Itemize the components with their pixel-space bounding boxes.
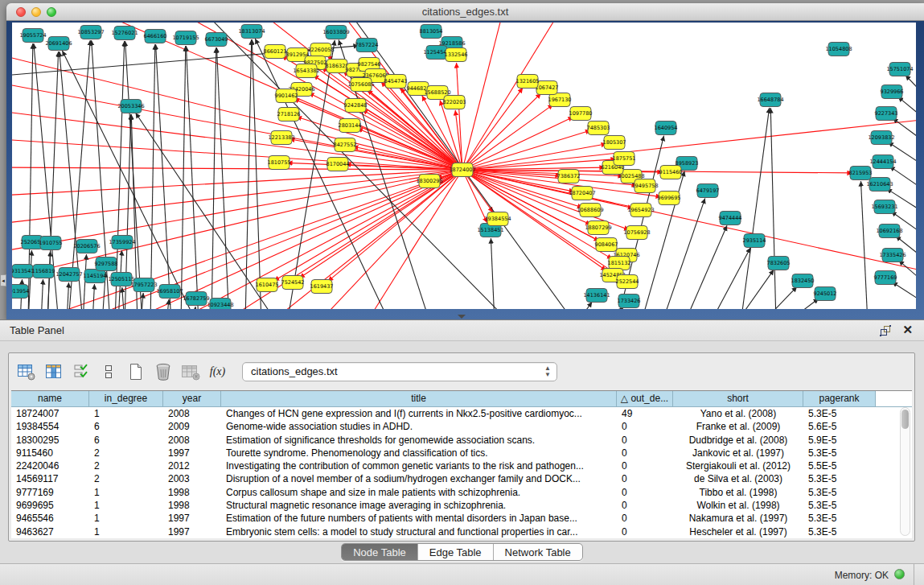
- graph-node[interactable]: 9242848: [344, 99, 368, 113]
- graph-node[interactable]: 8813054: [420, 25, 443, 39]
- graph-node[interactable]: 16782759: [183, 292, 209, 306]
- graph-node[interactable]: 10688609: [577, 204, 603, 217]
- graph-node[interactable]: 8215953: [849, 167, 873, 180]
- graph-node[interactable]: 16648784: [757, 93, 783, 107]
- graph-node[interactable]: 1097780: [569, 107, 593, 121]
- table-row[interactable]: 911546021997Tourette syndrome. Phenomeno…: [11, 447, 912, 459]
- graph-node[interactable]: 9699695: [658, 192, 681, 205]
- graph-node[interactable]: 9297588: [95, 257, 118, 271]
- graph-node[interactable]: 7386372: [557, 170, 581, 183]
- tab-edge-table[interactable]: Edge Table: [418, 544, 494, 560]
- graph-node[interactable]: 19384554: [484, 212, 511, 226]
- graph-node[interactable]: 20053346: [117, 100, 144, 113]
- graph-node[interactable]: 8220203: [443, 96, 466, 109]
- graph-node[interactable]: 1805307: [603, 136, 626, 150]
- graph-node[interactable]: 1832450: [791, 274, 815, 288]
- table-row[interactable]: 977716911998Corpus callosum shape and si…: [11, 486, 912, 499]
- graph-node[interactable]: 2935114: [743, 234, 766, 248]
- panel-splitter-handle[interactable]: [458, 315, 466, 319]
- graph-node[interactable]: 10853297: [77, 26, 104, 39]
- column-header-1[interactable]: in_degree: [89, 391, 163, 406]
- table-row[interactable]: 1872400712008Changes of HCN gene express…: [11, 407, 912, 420]
- graph-node[interactable]: 1910755: [39, 237, 63, 250]
- tab-node-table[interactable]: Node Table: [342, 544, 418, 560]
- graph-node[interactable]: 1815132: [608, 257, 631, 270]
- graph-node[interactable]: 8660123: [264, 45, 287, 59]
- column-header-5[interactable]: short: [673, 391, 803, 406]
- graph-node[interactable]: 16210643: [866, 178, 893, 192]
- graph-node[interactable]: 15693231: [871, 200, 897, 214]
- table-row[interactable]: 969969511998Structural magnetic resonanc…: [11, 499, 912, 512]
- graph-node[interactable]: 6673049: [205, 33, 228, 47]
- graph-node[interactable]: 18720407: [569, 187, 595, 200]
- graph-node[interactable]: 2522544: [616, 275, 639, 289]
- graph-node[interactable]: 19055724: [19, 29, 46, 43]
- graph-node[interactable]: 9084067: [595, 238, 618, 252]
- show-column-icon[interactable]: [43, 361, 64, 382]
- graph-node[interactable]: 7832605: [767, 257, 791, 270]
- graph-node[interactable]: 19495758: [631, 179, 658, 193]
- graph-node[interactable]: 1967130: [548, 93, 572, 107]
- graph-node[interactable]: 19654923: [627, 204, 654, 217]
- graph-node[interactable]: 7524542: [281, 276, 305, 290]
- graph-node[interactable]: 9227343: [875, 107, 898, 121]
- graph-node[interactable]: 1619437: [310, 280, 334, 294]
- table-row[interactable]: 1456911722003Disruption of a novel membe…: [11, 472, 912, 485]
- graph-node[interactable]: 17359924: [109, 236, 135, 249]
- delete-icon[interactable]: [152, 361, 174, 382]
- graph-node[interactable]: 8427552: [334, 138, 357, 152]
- graph-node[interactable]: 6479197: [696, 184, 720, 198]
- graph-node[interactable]: 1610475: [256, 278, 279, 292]
- table-row[interactable]: 1830029562008Estimation of significance …: [11, 434, 912, 447]
- graph-node[interactable]: 16033809: [322, 26, 349, 39]
- column-header-2[interactable]: year: [163, 391, 221, 406]
- column-header-3[interactable]: title: [221, 391, 617, 406]
- graph-node[interactable]: 1640954: [655, 122, 678, 135]
- column-header-4[interactable]: △ out_de...: [617, 391, 673, 406]
- graph-node[interactable]: 1156819: [32, 265, 55, 278]
- graph-node[interactable]: 1875751: [613, 152, 636, 166]
- graph-node[interactable]: 12042757: [55, 268, 82, 282]
- new-table-icon[interactable]: [125, 361, 146, 382]
- graph-node[interactable]: 10756085: [347, 78, 374, 92]
- row-height-icon[interactable]: [97, 361, 119, 382]
- graph-node[interactable]: 6466160: [144, 30, 167, 43]
- graph-node[interactable]: 12213383: [268, 131, 294, 145]
- graph-node[interactable]: 9474444: [719, 212, 742, 225]
- graph-node[interactable]: 9329966: [881, 85, 904, 99]
- graph-node[interactable]: 1733426: [618, 295, 641, 308]
- tab-network-table[interactable]: Network Table: [494, 544, 582, 560]
- graph-node[interactable]: 18313074: [238, 25, 265, 39]
- graph-node[interactable]: 10923448: [207, 299, 233, 310]
- delete-table-icon-disabled[interactable]: [179, 361, 201, 382]
- graph-node[interactable]: 17957223: [130, 278, 157, 292]
- graph-node[interactable]: 9115460: [659, 166, 683, 179]
- graph-node[interactable]: 1145194: [84, 270, 107, 283]
- graph-node[interactable]: 10719155: [172, 31, 199, 45]
- network-canvas[interactable]: 1905572420691406108532971527602164661601…: [12, 23, 916, 309]
- graph-node[interactable]: 2718126: [277, 108, 301, 122]
- table-row[interactable]: 1938455462009Genome-wide association stu…: [11, 420, 912, 433]
- select-rows-icon[interactable]: [70, 361, 92, 382]
- graph-node[interactable]: 10692168: [876, 225, 902, 238]
- graph-node[interactable]: 1913954: [12, 285, 29, 299]
- graph-node[interactable]: 1321605: [516, 75, 540, 89]
- graph-node[interactable]: 22260058: [307, 43, 334, 57]
- float-panel-icon[interactable]: [880, 325, 892, 336]
- graph-node[interactable]: 20691406: [45, 37, 72, 51]
- graph-node[interactable]: 11054808: [825, 43, 852, 56]
- table-scrollbar[interactable]: [900, 407, 910, 536]
- graph-node[interactable]: 10756928: [623, 226, 650, 240]
- table-row[interactable]: 946362711997Embryonic stem cells: a mode…: [11, 525, 912, 538]
- graph-node[interactable]: 20206576: [73, 240, 100, 253]
- window-titlebar[interactable]: citations_edges.txt: [6, 3, 924, 21]
- graph-node[interactable]: 7485303: [587, 122, 610, 135]
- graph-node[interactable]: 1810755: [268, 156, 291, 170]
- graph-node[interactable]: 9777169: [874, 271, 897, 285]
- graph-node[interactable]: 16543382: [293, 64, 319, 78]
- graph-node[interactable]: 7857224: [355, 39, 379, 52]
- table-row[interactable]: 946554611997Estimation of the future num…: [11, 512, 912, 525]
- scrollbar-thumb[interactable]: [901, 410, 909, 429]
- graph-node[interactable]: 14136141: [583, 289, 610, 303]
- graph-node[interactable]: 15276021: [111, 27, 138, 40]
